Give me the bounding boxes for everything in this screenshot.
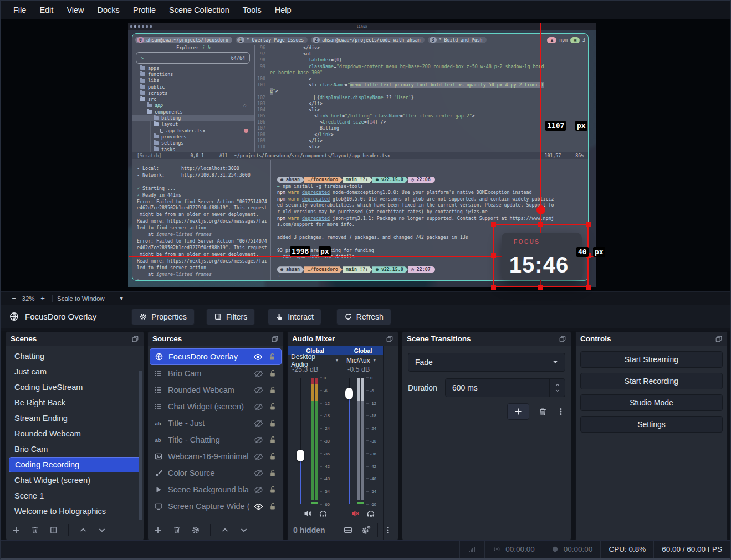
scene-item[interactable]: Coding Recording — [9, 457, 141, 472]
visibility-eye-off-icon[interactable] — [254, 469, 263, 478]
menu-scene-collection[interactable]: Scene Collection — [162, 6, 236, 14]
refresh-button[interactable]: Refresh — [336, 309, 391, 325]
menu-edit[interactable]: Edit — [33, 6, 60, 14]
resize-handle[interactable] — [491, 253, 496, 258]
spin-up-icon[interactable] — [554, 382, 561, 388]
source-properties-button[interactable] — [191, 526, 200, 535]
add-transition-button[interactable] — [507, 403, 529, 420]
scene-item[interactable]: Chatting — [9, 348, 141, 364]
visibility-eye-icon[interactable] — [253, 352, 263, 362]
monitor-off-icon[interactable] — [319, 509, 328, 518]
popout-icon[interactable] — [559, 335, 566, 343]
start-recording-button[interactable]: Start Recording — [580, 373, 723, 389]
popout-icon[interactable] — [386, 335, 393, 343]
preview-canvas[interactable]: linux 0ahsan@cwa:~/projects/focusdoro1* … — [1, 19, 730, 291]
scene-item[interactable]: Stream Ending — [9, 410, 141, 426]
source-item[interactable]: Title - Chatting — [150, 431, 282, 448]
menu-file[interactable]: File — [7, 6, 33, 14]
move-scene-up-button[interactable] — [79, 526, 88, 535]
source-item[interactable]: Screen Capture Wide (Pipe — [150, 498, 282, 515]
source-item[interactable]: Scene Background blank.m — [150, 481, 282, 498]
settings-button[interactable]: Settings — [580, 416, 723, 433]
start-streaming-button[interactable]: Start Streaming — [580, 351, 723, 368]
move-source-down-button[interactable] — [239, 526, 248, 535]
zoom-out-button[interactable]: − — [9, 294, 19, 302]
zoom-in-button[interactable]: + — [38, 294, 48, 302]
scene-item[interactable]: Chat Widget (screen) — [9, 472, 141, 488]
remove-transition-button[interactable] — [538, 407, 548, 417]
unlock-icon[interactable] — [268, 435, 277, 444]
mixer-menu-kebab-icon[interactable] — [384, 526, 392, 535]
visibility-eye-icon[interactable] — [254, 502, 263, 511]
scene-item[interactable]: Just cam — [9, 364, 141, 379]
scene-item[interactable]: Scene 1 — [9, 488, 141, 504]
advanced-audio-icon[interactable] — [361, 525, 371, 535]
popout-icon[interactable] — [131, 335, 139, 343]
source-item[interactable]: Webcam-16-9-minimal.pn — [150, 448, 282, 465]
add-source-button[interactable] — [154, 526, 162, 535]
unlock-icon[interactable] — [268, 502, 277, 511]
source-item[interactable]: Title - Just — [150, 415, 282, 431]
menu-tools[interactable]: Tools — [236, 6, 268, 14]
unlock-icon[interactable] — [268, 369, 277, 378]
menu-view[interactable]: View — [60, 6, 90, 14]
rotate-handle[interactable] — [536, 205, 545, 214]
unlock-icon[interactable] — [268, 419, 277, 428]
source-selection-box[interactable] — [493, 224, 589, 287]
move-source-up-button[interactable] — [221, 526, 229, 535]
interact-button[interactable]: Interact — [268, 309, 321, 325]
scale-mode-label[interactable]: Scale to Window — [57, 295, 105, 302]
scale-dropdown-caret-icon[interactable]: ▼ — [119, 296, 124, 301]
source-item[interactable]: Color Source — [150, 465, 282, 481]
move-scene-down-button[interactable] — [98, 526, 106, 535]
monitor-off-icon[interactable] — [366, 509, 375, 518]
unlock-icon[interactable] — [268, 485, 277, 494]
visibility-eye-off-icon[interactable] — [254, 386, 263, 395]
spin-down-icon[interactable] — [554, 388, 561, 393]
screen-capture-preview[interactable]: linux 0ahsan@cwa:~/projects/focusdoro1* … — [128, 23, 596, 287]
menu-profile[interactable]: Profile — [126, 6, 162, 14]
mute-toggle-icon[interactable] — [303, 509, 312, 518]
unlock-icon[interactable] — [268, 452, 277, 461]
visibility-eye-off-icon[interactable] — [254, 402, 263, 412]
popout-icon[interactable] — [271, 335, 279, 343]
source-item[interactable]: Brio Cam — [150, 365, 282, 382]
volume-slider[interactable] — [297, 378, 304, 504]
volume-slider[interactable] — [345, 378, 353, 504]
unlock-icon[interactable] — [268, 469, 277, 477]
add-scene-button[interactable] — [12, 526, 21, 535]
resize-handle[interactable] — [586, 222, 591, 227]
remove-source-button[interactable] — [172, 526, 181, 535]
menu-docks[interactable]: Docks — [91, 6, 126, 14]
scene-item[interactable]: Coding LiveStream — [9, 379, 141, 395]
source-item[interactable]: Rounded Webcam — [150, 382, 282, 398]
muted-speaker-icon[interactable] — [351, 509, 360, 518]
visibility-eye-off-icon[interactable] — [254, 452, 263, 461]
scene-item[interactable]: Brio Cam — [9, 441, 141, 457]
scene-item[interactable]: Be Right Back — [9, 395, 141, 410]
properties-button[interactable]: Properties — [131, 309, 195, 325]
unlock-icon[interactable] — [268, 352, 277, 361]
popout-icon[interactable] — [715, 335, 723, 343]
scene-item[interactable]: Welcome to Holographics — [9, 504, 141, 519]
visibility-eye-off-icon[interactable] — [254, 485, 263, 495]
visibility-eye-off-icon[interactable] — [254, 419, 263, 428]
mixer-layout-toggle-icon[interactable] — [343, 525, 353, 535]
source-item[interactable]: Chat Widget (screen) — [150, 398, 282, 415]
resize-handle[interactable] — [538, 222, 543, 227]
scene-item[interactable]: Rounded Webcam — [9, 426, 141, 441]
channel-name-dropdown[interactable]: Mic/Aux▼ — [343, 355, 383, 366]
transition-menu-kebab-icon[interactable] — [556, 407, 565, 416]
resize-handle[interactable] — [538, 285, 543, 290]
transition-select[interactable]: Fade — [408, 353, 565, 372]
scene-filters-button[interactable] — [49, 526, 58, 535]
unlock-icon[interactable] — [268, 386, 277, 394]
visibility-eye-off-icon[interactable] — [254, 435, 263, 445]
duration-spinbox[interactable]: 600 ms — [445, 378, 565, 397]
source-item[interactable]: FocusDoro Overlay — [150, 348, 282, 365]
menu-help[interactable]: Help — [268, 6, 298, 14]
filters-button[interactable]: Filters — [206, 309, 255, 325]
remove-scene-button[interactable] — [30, 526, 39, 535]
unlock-icon[interactable] — [268, 402, 277, 411]
studio-mode-button[interactable]: Studio Mode — [580, 394, 723, 411]
